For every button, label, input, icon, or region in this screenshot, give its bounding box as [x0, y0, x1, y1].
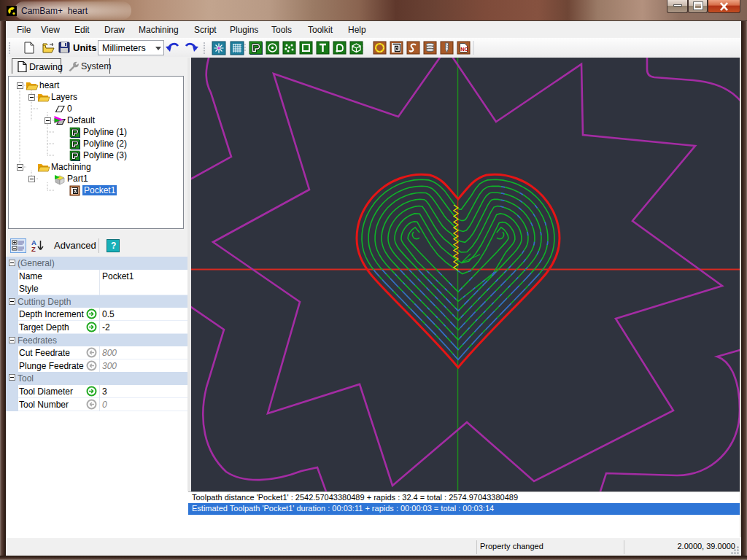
- svg-text:Z: Z: [31, 245, 36, 253]
- svg-text:NC: NC: [460, 46, 468, 52]
